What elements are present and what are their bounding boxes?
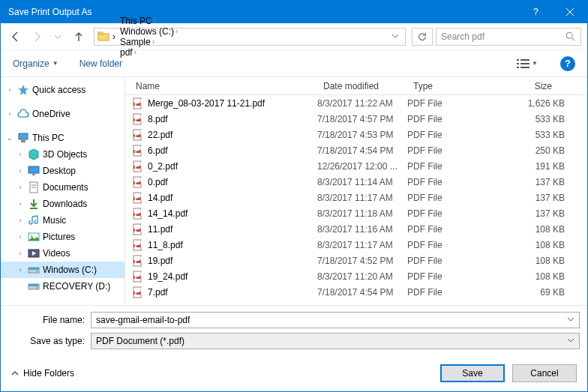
file-name: 22.pdf [148,130,317,140]
tree-item-videos[interactable]: ›Videos [1,245,124,262]
savetype-combo[interactable]: PDF Document (*.pdf) [91,333,580,349]
savetype-dropdown[interactable] [567,336,574,346]
forward-button[interactable] [28,28,46,46]
breadcrumb-this-pc[interactable]: This PC› [118,16,179,26]
title-bar: Save Print Output As ? [1,1,587,23]
address-bar[interactable]: › This PC›Windows (C:)›Sample›pdf› [94,28,406,46]
file-date: 8/3/2017 11:18 AM [317,208,407,219]
file-row[interactable]: PDFMerge_08-03-2017 11-21.pdf8/3/2017 11… [125,95,587,111]
file-list[interactable]: PDFMerge_08-03-2017 11-21.pdf8/3/2017 11… [125,95,587,305]
address-dropdown[interactable] [388,31,402,42]
breadcrumb-sample[interactable]: Sample› [118,37,179,47]
file-date: 8/3/2017 11:17 AM [317,240,407,250]
file-type: PDF File [407,240,475,250]
file-row[interactable]: PDF8.pdf7/18/2017 4:57 PMPDF File533 KB [125,111,587,127]
file-type: PDF File [407,130,475,140]
up-button[interactable] [70,28,88,46]
svg-line-6 [572,37,575,40]
expander-icon[interactable]: › [16,233,25,241]
file-row[interactable]: PDF14.pdf8/3/2017 11:17 AMPDF File137 KB [125,190,587,205]
file-row[interactable]: PDF0_2.pdf12/26/2017 12:00 ...PDF File19… [125,158,587,174]
column-size[interactable]: Size [475,77,587,94]
file-row[interactable]: PDF7.pdf7/18/2017 4:54 PMPDF File69 KB [125,284,587,300]
expander-icon[interactable]: › [5,110,14,118]
help-icon[interactable]: ? [560,56,575,71]
tree-item-this-pc[interactable]: ⌄This PC [1,130,124,146]
file-name: 0_2.pdf [148,161,317,172]
file-type: PDF File [407,256,475,266]
svg-rect-10 [520,63,530,64]
column-name[interactable]: Name [125,77,317,94]
search-input[interactable] [441,31,566,42]
expander-icon[interactable]: › [16,184,25,191]
refresh-button[interactable] [412,28,433,46]
file-row[interactable]: PDF14_14.pdf8/3/2017 11:18 AMPDF File137… [125,205,587,221]
pc-icon [17,132,29,144]
tree-item-pictures[interactable]: ›Pictures [1,229,124,245]
file-type: PDF File [407,98,475,109]
filename-input[interactable] [96,315,567,325]
tree-item-3d-objects[interactable]: ›3D Objects [1,146,124,163]
tree-item-recovery-d-[interactable]: RECOVERY (D:) [1,278,124,295]
file-row[interactable]: PDF19.pdf7/18/2017 4:52 PMPDF File108 KB [125,253,587,268]
svg-text:?: ? [533,8,538,16]
close-button[interactable] [553,1,587,23]
expander-icon[interactable]: › [16,266,25,274]
expander-icon[interactable]: ⌄ [5,134,14,142]
expander-icon[interactable]: › [16,250,25,257]
column-type[interactable]: Type [407,77,475,94]
command-bar: Organize▼ New folder ▼ ? [1,50,587,77]
filename-dropdown[interactable] [567,315,574,325]
svg-point-29 [36,271,38,272]
new-folder-button[interactable]: New folder [80,58,122,69]
expander-icon[interactable]: › [16,151,25,158]
pdf-file-icon: PDF [131,129,143,141]
svg-rect-31 [28,284,39,286]
tree-item-desktop[interactable]: ›Desktop [1,163,124,179]
file-size: 533 KB [475,130,587,140]
tree-item-quick-access[interactable]: ›Quick access [1,82,124,98]
file-size: 137 KB [475,177,587,187]
cloud-icon [17,108,29,120]
svg-rect-9 [517,63,519,64]
tree-item-onedrive[interactable]: ›OneDrive [1,106,124,122]
file-row[interactable]: PDF19_24.pdf8/3/2017 11:20 AMPDF File108… [125,268,587,284]
pdf-file-icon: PDF [131,145,143,157]
expander-icon[interactable]: › [16,167,25,175]
navigation-tree[interactable]: ›Quick access›OneDrive⌄This PC›3D Object… [1,77,125,305]
tree-item-windows-c-[interactable]: ›Windows (C:) [1,262,124,278]
tree-item-documents[interactable]: ›Documents [1,179,124,196]
cancel-button[interactable]: Cancel [512,364,577,382]
file-row[interactable]: PDF6.pdf7/18/2017 4:54 PMPDF File250 KB [125,142,587,158]
chevron-right-icon[interactable]: › [112,31,116,42]
column-date[interactable]: Date modified [317,77,407,94]
expander-icon[interactable]: › [5,86,14,94]
filename-label: File name: [8,315,91,325]
expander-icon[interactable]: › [16,217,25,224]
column-headers: Name Date modified Type Size [125,77,587,95]
nav-bar: › This PC›Windows (C:)›Sample›pdf› [1,23,587,50]
file-row[interactable]: PDF0.pdf8/3/2017 11:14 AMPDF File137 KB [125,174,587,190]
recent-dropdown[interactable] [49,28,67,46]
organize-menu[interactable]: Organize▼ [13,58,58,69]
pdf-file-icon: PDF [131,223,143,235]
back-button[interactable] [7,28,25,46]
file-name: 14_14.pdf [148,208,317,219]
pdf-file-icon: PDF [131,97,143,109]
help-button[interactable]: ? [518,1,553,23]
hide-folders-toggle[interactable]: Hide Folders [11,368,74,379]
desktop-icon [28,165,40,177]
view-options-button[interactable]: ▼ [515,55,539,72]
search-box[interactable] [436,28,581,46]
save-button[interactable]: Save [440,364,505,382]
expander-icon[interactable]: › [16,200,25,208]
file-size: 1,626 KB [475,98,587,109]
file-row[interactable]: PDF11.pdf8/3/2017 11:16 AMPDF File108 KB [125,221,587,237]
file-row[interactable]: PDF11_8.pdf8/3/2017 11:17 AMPDF File108 … [125,237,587,253]
tree-item-music[interactable]: ›Music [1,212,124,229]
file-row[interactable]: PDF22.pdf7/18/2017 4:53 PMPDF File533 KB [125,127,587,142]
tree-item-downloads[interactable]: ›Downloads [1,196,124,212]
file-type: PDF File [407,193,475,203]
breadcrumb-windows-c-[interactable]: Windows (C:)› [118,26,179,37]
filename-field[interactable] [91,312,580,328]
